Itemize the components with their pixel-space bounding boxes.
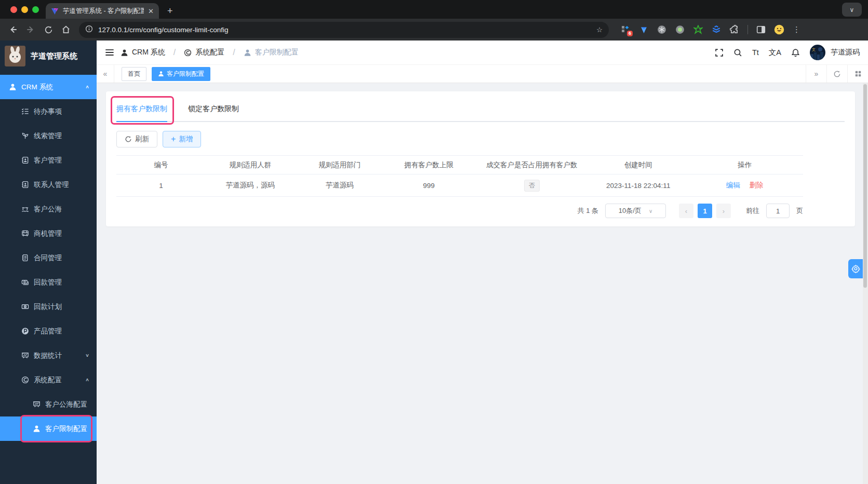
sidebar-item-receivable-plan[interactable]: 回款计划	[0, 294, 97, 319]
tags-refresh-icon[interactable]	[826, 65, 847, 83]
sea-icon	[21, 205, 29, 213]
macos-window-controls	[4, 0, 45, 19]
breadcrumb-item-crm[interactable]: CRM 系统	[121, 48, 165, 57]
header-username[interactable]: 芋道源码	[831, 48, 860, 57]
sidebar-item-business[interactable]: 商机管理	[0, 221, 97, 246]
next-page-button[interactable]: ›	[716, 204, 731, 218]
user-icon	[121, 49, 128, 57]
prev-page-button[interactable]: ‹	[679, 204, 693, 218]
sidebar-item-contacts[interactable]: 联系人管理	[0, 172, 97, 197]
page-scrollbar[interactable]	[863, 83, 868, 484]
tab-label: 锁定客户数限制	[188, 104, 239, 114]
edit-link[interactable]: 编辑	[726, 181, 740, 189]
sidebar-item-label: 合同管理	[34, 253, 62, 263]
user-icon	[33, 425, 41, 433]
close-tab-icon[interactable]: ✕	[148, 7, 154, 15]
fullscreen-icon[interactable]	[715, 48, 724, 57]
extensions-puzzle-icon[interactable]	[729, 24, 740, 35]
page-size-select[interactable]: 10条/页 ∨	[605, 204, 666, 218]
font-size-icon[interactable]: Tt	[752, 48, 759, 57]
goto-page-input[interactable]	[766, 204, 790, 218]
collapse-menu-icon[interactable]	[105, 48, 114, 57]
sidebar-item-system-config[interactable]: 系统配置 ∧	[0, 368, 97, 392]
pagination: 共 1 条 10条/页 ∨ ‹ 1 › 前往 页	[116, 204, 803, 218]
scrollbar-thumb[interactable]	[863, 84, 867, 288]
search-icon[interactable]	[733, 48, 742, 57]
bookmark-star-icon[interactable]: ☆	[596, 25, 603, 34]
sidebar-item-customer-pool[interactable]: 客户公海	[0, 197, 97, 221]
product-icon	[21, 327, 29, 335]
tags-scroll-left-icon[interactable]: «	[97, 65, 114, 83]
extension-green-dot-icon[interactable]	[675, 24, 685, 35]
extension-layers-icon[interactable]	[711, 24, 722, 35]
site-favicon	[51, 7, 59, 15]
plan-icon	[21, 303, 29, 311]
tag-home[interactable]: 首页	[122, 67, 146, 81]
tags-scroll-right-icon[interactable]: »	[806, 65, 826, 83]
sidebar-item-customer[interactable]: 客户管理	[0, 148, 97, 172]
translate-icon[interactable]: 文A	[769, 48, 781, 58]
refresh-button[interactable]: 刷新	[116, 131, 157, 147]
browser-menu-icon[interactable]: ⋮	[793, 25, 801, 34]
maximize-window-button[interactable]	[32, 6, 39, 13]
tab-title: 芋道管理系统 - 客户限制配置	[63, 7, 144, 16]
extension-pinwheel-icon[interactable]	[693, 24, 703, 35]
tags-layout-grid-icon[interactable]	[847, 65, 868, 83]
sidebar-item-product[interactable]: 产品管理	[0, 319, 97, 343]
breadcrumb-separator: /	[233, 48, 235, 57]
column-header-created: 创建时间	[590, 156, 686, 174]
page-1-button[interactable]: 1	[698, 204, 712, 218]
address-bar[interactable]: 127.0.0.1/crm/config/customer-limit-conf…	[79, 22, 609, 38]
sidebar-item-receivable[interactable]: 回款管理	[0, 270, 97, 294]
tab-overview-chevron-icon[interactable]: ∨	[842, 3, 862, 17]
extension-diamond-icon[interactable]	[638, 24, 649, 35]
delete-link[interactable]: 删除	[750, 181, 764, 189]
refresh-icon	[125, 136, 132, 143]
app-header: CRM 系统 / 系统配置 / 客户限制配置	[97, 41, 868, 64]
customer-limit-card: 拥有客户数限制 锁定客户数限制 刷新	[106, 91, 855, 226]
receivable-icon	[21, 278, 29, 286]
extension-snowflake-icon[interactable]	[657, 24, 667, 35]
site-info-icon[interactable]	[85, 25, 93, 34]
sidebar-item-label: 线索管理	[34, 131, 62, 141]
breadcrumb-item-system-config[interactable]: 系统配置	[184, 48, 224, 57]
bell-icon[interactable]	[791, 48, 800, 57]
tag-customer-limit-config[interactable]: 客户限制配置	[152, 67, 210, 81]
cell-actions: 编辑 删除	[686, 174, 803, 197]
sidebar-item-data-stats[interactable]: 数据统计 ∨	[0, 343, 97, 368]
theme-settings-button[interactable]	[848, 259, 863, 278]
back-icon[interactable]	[5, 22, 21, 37]
tab-own-customer-limit[interactable]: 拥有客户数限制	[116, 101, 167, 121]
business-icon	[21, 230, 29, 237]
limit-rules-table: 编号 规则适用人群 规则适用部门 拥有客户数上限 成交客户是否占用拥有客户数 创…	[116, 155, 803, 197]
customer-icon	[21, 156, 29, 164]
user-avatar[interactable]: 文	[810, 45, 825, 60]
extension-grid-badge-icon[interactable]: 6	[620, 24, 631, 35]
cell-created-at: 2023-11-18 22:04:11	[590, 174, 686, 197]
sidebar-item-todo[interactable]: 待办事项	[0, 99, 97, 124]
browser-tab[interactable]: 芋道管理系统 - 客户限制配置 ✕	[46, 3, 159, 19]
app-logo[interactable]: 芋道管理系统	[0, 41, 97, 72]
column-header-actions: 操作	[686, 156, 803, 174]
sidebar-item-contract[interactable]: 合同管理	[0, 246, 97, 270]
side-panel-icon[interactable]	[756, 24, 766, 35]
sidebar-item-leads[interactable]: 线索管理	[0, 124, 97, 148]
tab-label: 拥有客户数限制	[116, 104, 167, 114]
chevron-up-icon: ∧	[85, 377, 89, 382]
sidebar-item-pool-config[interactable]: 客户公海配置	[0, 392, 97, 416]
browser-profile-avatar[interactable]	[774, 24, 784, 35]
sidebar: 芋道管理系统 CRM 系统 ∧ 待办事项 线索管理	[0, 41, 97, 484]
home-icon[interactable]	[58, 22, 74, 37]
close-window-button[interactable]	[10, 6, 17, 13]
app-shell: 芋道管理系统 CRM 系统 ∧ 待办事项 线索管理	[0, 41, 868, 484]
sidebar-item-crm-system[interactable]: CRM 系统 ∧	[0, 75, 97, 99]
cell-deal-occupy: 否	[473, 174, 590, 197]
forward-icon[interactable]	[23, 22, 38, 37]
minimize-window-button[interactable]	[21, 6, 28, 13]
reload-icon[interactable]	[41, 22, 56, 37]
new-tab-button[interactable]: +	[167, 3, 173, 19]
add-button[interactable]: + 新增	[163, 131, 201, 147]
cell-own-limit: 999	[384, 174, 474, 197]
tab-lock-customer-limit[interactable]: 锁定客户数限制	[188, 101, 239, 121]
sidebar-item-customer-limit-config[interactable]: 客户限制配置	[0, 416, 97, 441]
